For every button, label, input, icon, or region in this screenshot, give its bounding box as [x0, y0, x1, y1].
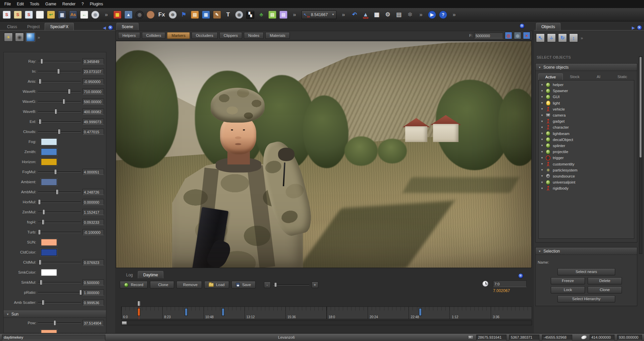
globe-icon[interactable]: [26, 33, 35, 42]
color-swatch[interactable]: [41, 158, 57, 165]
tree-item[interactable]: ▼ vehicle: [539, 106, 634, 112]
slider-track[interactable]: [38, 219, 81, 225]
menu-item[interactable]: Plugins: [87, 0, 106, 8]
tree-item[interactable]: ▼ lightbeam: [539, 131, 634, 137]
daytime-timeline[interactable]: 6:0 8:23 10:48 13:12 15:36 18:0 20:24 22…: [121, 306, 532, 319]
slider-thumb[interactable]: [42, 219, 45, 225]
slider-thumb[interactable]: [54, 320, 56, 326]
key-name-input[interactable]: daytimekey: [2, 335, 105, 340]
tree-item[interactable]: ▼ decalObject: [539, 137, 634, 143]
gear-icon[interactable]: ⚙: [384, 11, 392, 19]
slider-track[interactable]: [38, 89, 81, 94]
tree-item[interactable]: ▼ character: [539, 124, 634, 130]
expand-arrow-icon[interactable]: ▼: [541, 144, 546, 147]
weather-icon[interactable]: ☀: [4, 33, 13, 42]
wheel-icon[interactable]: ⊛: [169, 11, 177, 19]
expand-arrow-icon[interactable]: ▼: [541, 120, 546, 123]
3d-viewport[interactable]: [116, 41, 532, 268]
menu-item[interactable]: ?: [78, 0, 87, 8]
slider-track[interactable]: [38, 290, 81, 295]
slider-track[interactable]: [38, 79, 81, 84]
freeze-button[interactable]: Freeze: [551, 277, 585, 284]
menu-item[interactable]: Edit: [14, 0, 27, 8]
target-icon[interactable]: ◎: [505, 32, 512, 39]
select-tool-icon[interactable]: ↖: [536, 33, 545, 42]
slider-track[interactable]: [38, 119, 81, 124]
tab-objects[interactable]: Objects: [536, 23, 560, 30]
expand-arrow-icon[interactable]: ▼: [541, 175, 546, 178]
expand-arrow-icon[interactable]: ▼: [541, 132, 546, 135]
close-icon[interactable]: ×: [518, 273, 523, 278]
org-chart-icon[interactable]: ▦: [202, 11, 210, 19]
text-tool-icon[interactable]: T: [224, 11, 232, 19]
tree-item[interactable]: ▼ trigger: [539, 155, 634, 161]
help-icon[interactable]: ?: [439, 11, 447, 19]
color-swatch[interactable]: [41, 239, 57, 246]
scale-tool-icon[interactable]: ↕: [569, 33, 578, 42]
color-swatch[interactable]: [41, 148, 57, 155]
slider-track[interactable]: [38, 229, 81, 235]
zoom-in-button[interactable]: +: [312, 282, 318, 288]
tree-item[interactable]: ▼ customentity: [539, 161, 634, 167]
overflow-chevron[interactable]: »: [417, 11, 425, 19]
color-swatch[interactable]: [41, 249, 57, 256]
expand-arrow-icon[interactable]: ▼: [541, 138, 546, 141]
app-doc-icon-2[interactable]: S: [14, 11, 22, 19]
daytime-button[interactable]: Load: [204, 281, 229, 288]
expand-arrow-icon[interactable]: ▼: [541, 83, 546, 86]
slider-track[interactable]: [38, 260, 81, 265]
notes-icon[interactable]: ▤: [191, 11, 199, 19]
slider-track[interactable]: [38, 59, 81, 64]
expand-arrow-icon[interactable]: ▼: [541, 168, 546, 172]
tree-item[interactable]: ▼ rigidbody: [539, 185, 634, 191]
slider-thumb[interactable]: [55, 109, 57, 114]
import-file-icon[interactable]: ←: [80, 11, 88, 19]
left-panel-tab[interactable]: Class: [2, 23, 22, 30]
scene-objects-header[interactable]: ▼ Scene objects: [536, 64, 637, 71]
value-field[interactable]: 0.500000: [83, 279, 104, 285]
scrollbar-thumb[interactable]: [640, 57, 642, 157]
slider-thumb[interactable]: [42, 300, 45, 305]
object-filter-tab[interactable]: AI: [587, 73, 610, 80]
snapshot-icon[interactable]: ◉: [514, 32, 521, 39]
journal-icon[interactable]: ✎: [213, 11, 221, 19]
value-field[interactable]: 0.477015: [83, 129, 104, 135]
value-field[interactable]: 710.00000: [83, 88, 104, 94]
color-swatch[interactable]: [41, 269, 57, 276]
grid-icon[interactable]: ▦: [373, 11, 381, 19]
close-icon[interactable]: ×: [520, 23, 525, 28]
expand-arrow-icon[interactable]: ▼: [541, 95, 546, 98]
slider-thumb[interactable]: [40, 280, 43, 285]
slider-thumb[interactable]: [38, 199, 41, 205]
timeline-key-marker[interactable]: [185, 308, 187, 316]
bottom-tab[interactable]: Daytime: [138, 271, 163, 278]
slider-thumb[interactable]: [274, 282, 277, 287]
expand-arrow-icon[interactable]: ▼: [541, 162, 546, 165]
menu-item[interactable]: Game: [42, 0, 59, 8]
delete-button[interactable]: Delete: [588, 277, 622, 284]
slider-thumb[interactable]: [38, 229, 41, 235]
snapshot-icon[interactable]: ◉: [15, 33, 24, 42]
lock-button[interactable]: Lock: [551, 286, 585, 293]
collapse-left-icon[interactable]: ◀: [101, 25, 108, 30]
value-field[interactable]: 0.345849: [83, 58, 104, 64]
tire-icon[interactable]: ◎: [136, 11, 144, 19]
slider-thumb[interactable]: [39, 79, 42, 84]
save-as-icon[interactable]: As: [69, 11, 77, 19]
timeline-handle[interactable]: [138, 301, 141, 306]
expand-arrow-icon[interactable]: ▼: [541, 181, 546, 184]
tree-item[interactable]: ▼ projectile: [539, 149, 634, 155]
snowflake-icon[interactable]: ❄: [406, 11, 414, 19]
timeline-ruler[interactable]: [121, 306, 532, 319]
slider-thumb[interactable]: [39, 119, 42, 124]
timeline-key-marker[interactable]: [222, 308, 224, 316]
slider-track[interactable]: [38, 99, 81, 104]
speaker-icon[interactable]: ◉: [235, 11, 243, 19]
frame-field[interactable]: 5000000: [474, 32, 503, 39]
select-nears-button[interactable]: Select nears: [557, 268, 615, 275]
tree-item[interactable]: ▼ light: [539, 100, 634, 106]
value-field[interactable]: 0.000000: [83, 199, 104, 205]
expand-arrow-icon[interactable]: ▼: [541, 108, 546, 111]
overflow-chevron[interactable]: »: [450, 11, 458, 19]
tree-item[interactable]: ▼ camera: [539, 112, 634, 118]
